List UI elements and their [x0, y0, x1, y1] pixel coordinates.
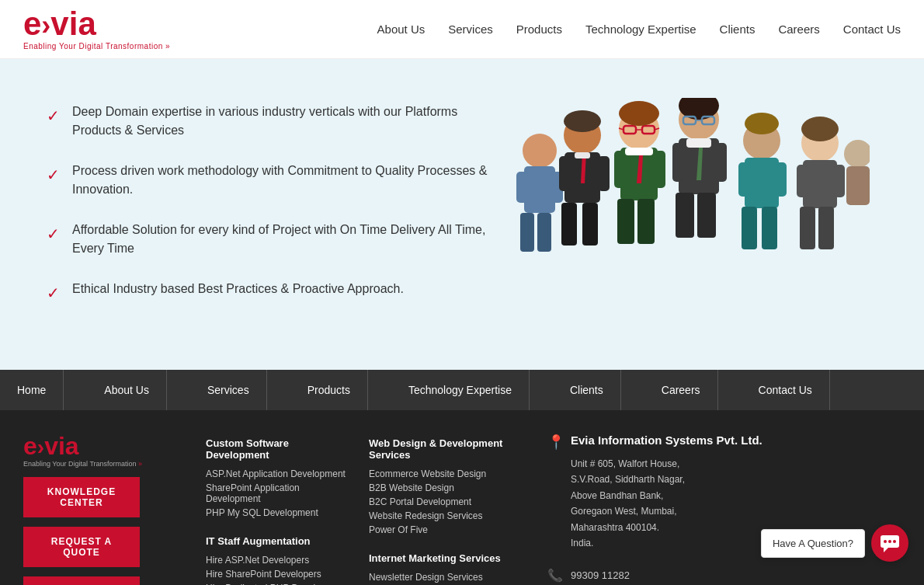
svg-rect-3: [537, 213, 551, 252]
hero-section: ✓ Deep Domain expertise in various indus…: [0, 59, 924, 370]
hero-point-4-text: Ethical Industry based Best Practices & …: [72, 280, 404, 298]
footer-tagline: Enabling Your Digital Transformation »: [23, 460, 179, 468]
hero-point-4: ✓ Ethical Industry based Best Practices …: [47, 280, 497, 305]
hero-illustration: [497, 90, 870, 339]
svg-rect-25: [617, 199, 634, 244]
footer-nav-tech[interactable]: Technology Expertise: [391, 370, 530, 410]
link-hire-php[interactable]: Hire Dedicated PHP Developers: [206, 581, 346, 585]
footer-nav-services[interactable]: Services: [190, 370, 267, 410]
footer-tagline-text: Enabling Your Digital Transformation: [23, 460, 137, 468]
link-b2c[interactable]: B2C Portal Development: [369, 495, 524, 509]
custom-software-list: ASP.Net Application Development SharePoi…: [206, 467, 346, 520]
link-redesign[interactable]: Website Redesign Services: [369, 509, 524, 523]
location-icon: 📍: [547, 434, 564, 451]
svg-rect-14: [575, 152, 590, 158]
link-newsletter[interactable]: Newsletter Design Services: [369, 570, 524, 584]
phone-number: 99309 11282: [571, 569, 630, 581]
logo-arrow: ›: [41, 9, 50, 41]
hero-point-3-text: Affordable Solution for every kind of Pr…: [72, 221, 497, 258]
nav-careers[interactable]: Careers: [778, 23, 819, 36]
chat-icon: [879, 532, 901, 554]
hero-point-1-text: Deep Domain expertise in various industr…: [72, 103, 497, 140]
svg-rect-23: [614, 151, 625, 188]
knowledge-center-button[interactable]: KNOWLEDGE CENTER: [23, 477, 140, 517]
internet-marketing-title: Internet Marketing Services: [369, 552, 524, 564]
footer-nav-contact[interactable]: Contact Us: [742, 370, 830, 410]
svg-point-43: [752, 113, 771, 129]
hero-point-3: ✓ Affordable Solution for every kind of …: [47, 221, 497, 258]
svg-rect-57: [846, 166, 870, 205]
nav-products[interactable]: Products: [516, 23, 562, 36]
svg-point-62: [893, 540, 896, 543]
svg-rect-27: [625, 148, 653, 155]
logo-text: e›via: [23, 8, 170, 40]
logo[interactable]: e›via Enabling Your Digital Transformati…: [23, 8, 170, 50]
footer-nav-about[interactable]: About Us: [87, 370, 167, 410]
link-b2b[interactable]: B2B Website Design: [369, 481, 524, 495]
footer-nav-products[interactable]: Products: [290, 370, 368, 410]
logo-e: e: [23, 5, 41, 42]
link-sharepoint[interactable]: SharePoint Application Development: [206, 481, 346, 506]
contact-info: Evia Information Systems Pvt. Ltd. Unit …: [571, 434, 762, 560]
svg-rect-9: [559, 156, 571, 191]
logo-via: via: [50, 5, 96, 42]
web-design-title: Web Design & Development Services: [369, 437, 524, 461]
footer-nav-home[interactable]: Home: [0, 370, 64, 410]
it-staff-title: IT Staff Augmentation: [206, 535, 346, 547]
svg-rect-54: [800, 207, 815, 249]
request-quote-button[interactable]: REQUEST A QUOTE: [23, 527, 140, 567]
link-asp-net[interactable]: ASP.Net Application Development: [206, 467, 346, 481]
svg-rect-36: [716, 143, 727, 182]
hero-point-2-text: Process driven work methodology with Com…: [72, 162, 497, 199]
svg-rect-46: [776, 162, 787, 197]
nav-clients[interactable]: Clients: [720, 23, 756, 36]
svg-rect-47: [742, 207, 757, 249]
svg-rect-1: [524, 166, 555, 213]
chat-widget: Have A Question?: [761, 524, 908, 562]
contact-address: Unit # 605, Walfort House, S.V.Road, Sid…: [571, 456, 762, 551]
svg-rect-55: [818, 207, 834, 249]
svg-rect-53: [834, 165, 845, 197]
nav-tech-expertise[interactable]: Technology Expertise: [585, 23, 696, 36]
nav-services[interactable]: Services: [448, 23, 493, 36]
link-php-mysql[interactable]: PHP My SQL Development: [206, 506, 346, 520]
phone-icon: 📞: [547, 568, 563, 583]
nav-contact-us[interactable]: Contact Us: [843, 23, 901, 36]
svg-rect-52: [797, 165, 808, 197]
link-ecommerce[interactable]: Ecommerce Website Design: [369, 467, 524, 481]
logo-tagline: Enabling Your Digital Transformation »: [23, 42, 170, 50]
chat-bubble[interactable]: Have A Question?: [761, 529, 865, 558]
svg-rect-24: [655, 151, 665, 188]
contact-us-footer-button[interactable]: CONTACT US: [23, 576, 140, 585]
footer-logo-e: e: [23, 432, 37, 460]
svg-rect-10: [598, 156, 610, 191]
link-hire-sharepoint[interactable]: Hire SharePoint Developers: [206, 567, 346, 581]
footer-web-col: Web Design & Development Services Ecomme…: [357, 434, 536, 585]
chat-avatar-button[interactable]: [871, 524, 908, 562]
footer-nav: Home About Us Services Products Technolo…: [0, 370, 924, 410]
svg-rect-4: [516, 172, 528, 203]
svg-rect-44: [745, 158, 779, 208]
hero-point-2: ✓ Process driven work methodology with C…: [47, 162, 497, 199]
nav-about-us[interactable]: About Us: [377, 23, 426, 36]
footer-logo[interactable]: e›via Enabling Your Digital Transformati…: [23, 434, 179, 468]
svg-rect-39: [686, 138, 711, 148]
svg-point-0: [523, 134, 557, 168]
header: e›via Enabling Your Digital Transformati…: [0, 0, 924, 59]
footer-logo-arrow: ›: [37, 435, 44, 459]
internet-marketing-list: Newsletter Design Services SEO Sitemap P…: [369, 570, 524, 585]
link-power-of-five[interactable]: Power Of Five: [369, 523, 524, 537]
addr-line-3: Above Bandhan Bank,: [571, 490, 663, 501]
footer-logo-col: e›via Enabling Your Digital Transformati…: [23, 434, 194, 585]
main-nav: About Us Services Products Technology Ex…: [377, 23, 901, 36]
svg-rect-38: [697, 193, 716, 238]
checkmark-1: ✓: [47, 104, 60, 127]
it-staff-list: Hire ASP.Net Developers Hire SharePoint …: [206, 553, 346, 585]
svg-marker-59: [884, 548, 888, 552]
link-hire-asp[interactable]: Hire ASP.Net Developers: [206, 553, 346, 567]
svg-rect-45: [738, 162, 749, 197]
footer-nav-clients[interactable]: Clients: [553, 370, 621, 410]
web-design-list: Ecommerce Website Design B2B Website Des…: [369, 467, 524, 537]
footer-contact-col: 📍 Evia Information Systems Pvt. Ltd. Uni…: [536, 434, 901, 585]
footer-nav-careers[interactable]: Careers: [644, 370, 718, 410]
